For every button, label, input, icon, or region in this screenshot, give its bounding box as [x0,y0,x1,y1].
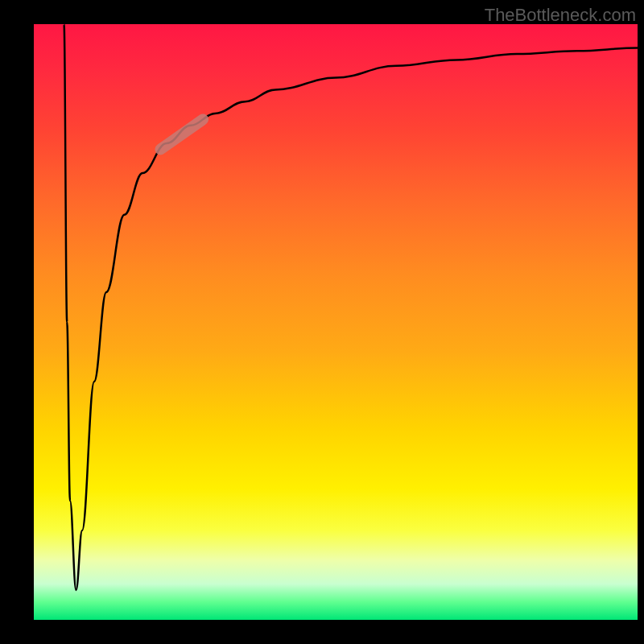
curve-path [64,24,638,590]
highlight-segment [161,119,204,149]
plot-area [34,24,638,620]
watermark-text: TheBottleneck.com [485,5,636,26]
curve-layer [34,24,638,620]
